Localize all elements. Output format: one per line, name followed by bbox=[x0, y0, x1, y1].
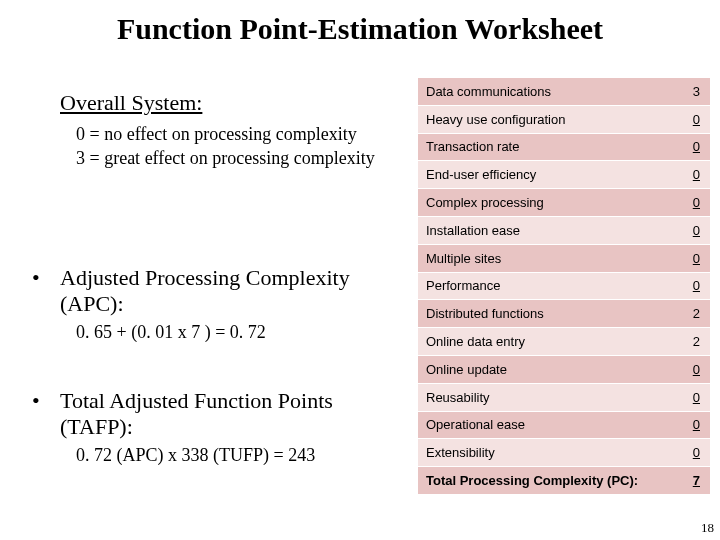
overall-system-heading: Overall System: bbox=[60, 90, 400, 116]
table-row: Distributed functions2 bbox=[418, 299, 710, 327]
complexity-factors-table: Data communications3Heavy use configurat… bbox=[418, 77, 710, 494]
factor-value: 3 bbox=[684, 84, 700, 99]
scale-note-3: 3 = great effect on processing complexit… bbox=[76, 146, 400, 170]
factor-name: Complex processing bbox=[426, 195, 544, 210]
factor-name: Online data entry bbox=[426, 334, 525, 349]
apc-formula: 0. 65 + (0. 01 x 7 ) = 0. 72 bbox=[76, 322, 390, 343]
table-row: Data communications3 bbox=[418, 77, 710, 105]
factor-name: Online update bbox=[426, 362, 507, 377]
apc-label: Adjusted Processing Complexity (APC): bbox=[60, 265, 390, 318]
factor-value: 0 bbox=[684, 362, 700, 377]
factor-value: 2 bbox=[684, 306, 700, 321]
factor-value: 0 bbox=[684, 390, 700, 405]
tafp-block: • Total Adjusted Function Points (TAFP):… bbox=[32, 388, 390, 466]
factor-name: Distributed functions bbox=[426, 306, 544, 321]
bullet-icon: • bbox=[32, 265, 60, 291]
bullet-icon: • bbox=[32, 388, 60, 414]
scale-note-0: 0 = no effect on processing complexity bbox=[76, 122, 400, 146]
factor-value: 0 bbox=[684, 223, 700, 238]
factor-name: Reusability bbox=[426, 390, 490, 405]
page-number: 18 bbox=[701, 520, 714, 536]
table-row: End-user efficiency0 bbox=[418, 160, 710, 188]
factor-name: Installation ease bbox=[426, 223, 520, 238]
table-row: Performance0 bbox=[418, 272, 710, 300]
factor-value: 2 bbox=[684, 334, 700, 349]
factor-name: Heavy use configuration bbox=[426, 112, 565, 127]
table-row: Operational ease0 bbox=[418, 411, 710, 439]
table-row: Online data entry2 bbox=[418, 327, 710, 355]
factor-value: 0 bbox=[684, 167, 700, 182]
factor-value: 0 bbox=[684, 445, 700, 460]
apc-block: • Adjusted Processing Complexity (APC): … bbox=[32, 265, 390, 343]
total-label: Total Processing Complexity (PC): bbox=[426, 473, 638, 488]
factor-name: Data communications bbox=[426, 84, 551, 99]
factor-value: 0 bbox=[684, 195, 700, 210]
factor-name: Operational ease bbox=[426, 417, 525, 432]
table-row: Installation ease0 bbox=[418, 216, 710, 244]
left-column: Overall System: 0 = no effect on process… bbox=[60, 90, 400, 171]
factor-value: 0 bbox=[684, 417, 700, 432]
factor-value: 0 bbox=[684, 139, 700, 154]
table-row: Multiple sites0 bbox=[418, 244, 710, 272]
table-row: Reusability0 bbox=[418, 383, 710, 411]
table-row: Transaction rate0 bbox=[418, 133, 710, 161]
factor-name: Multiple sites bbox=[426, 251, 501, 266]
factor-name: Transaction rate bbox=[426, 139, 519, 154]
factor-value: 0 bbox=[684, 112, 700, 127]
table-row: Extensibility0 bbox=[418, 438, 710, 466]
factor-name: Extensibility bbox=[426, 445, 495, 460]
tafp-label: Total Adjusted Function Points (TAFP): bbox=[60, 388, 390, 441]
slide: Function Point-Estimation Worksheet Over… bbox=[0, 0, 720, 540]
table-row: Complex processing0 bbox=[418, 188, 710, 216]
slide-title: Function Point-Estimation Worksheet bbox=[0, 12, 720, 46]
factor-value: 0 bbox=[684, 251, 700, 266]
total-value: 7 bbox=[684, 473, 700, 488]
table-row: Heavy use configuration0 bbox=[418, 105, 710, 133]
total-row: Total Processing Complexity (PC):7 bbox=[418, 466, 710, 494]
factor-value: 0 bbox=[684, 278, 700, 293]
factor-name: End-user efficiency bbox=[426, 167, 536, 182]
table-row: Online update0 bbox=[418, 355, 710, 383]
factor-name: Performance bbox=[426, 278, 500, 293]
tafp-formula: 0. 72 (APC) x 338 (TUFP) = 243 bbox=[76, 445, 390, 466]
